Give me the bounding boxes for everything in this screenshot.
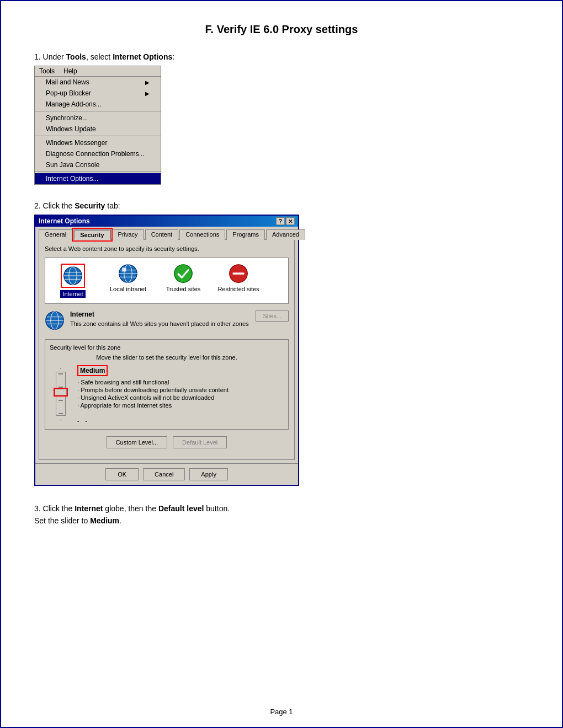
zone-instruction: Select a Web content zone to specify its… xyxy=(45,245,289,252)
tab-privacy[interactable]: Privacy xyxy=(112,229,144,240)
step1-tools: Tools xyxy=(66,52,86,61)
menu-sun-java[interactable]: Sun Java Console xyxy=(35,159,161,170)
zones-container: Internet xyxy=(45,258,289,304)
dialog-footer: OK Cancel Apply xyxy=(35,463,298,485)
zone-trusted[interactable]: Trusted sites xyxy=(161,264,205,298)
menubar-help[interactable]: Help xyxy=(59,66,82,76)
medium-label: Medium xyxy=(77,365,108,376)
step1-colon: : xyxy=(172,52,174,61)
tools-menubar: Tools Help xyxy=(34,66,161,77)
security-bullets-list: Safe browsing and still functional Promp… xyxy=(77,378,284,409)
slider-move-text: Move the slider to set the security leve… xyxy=(50,354,284,361)
bullet3: Unsigned ActiveX controls will not be do… xyxy=(77,394,284,402)
step3-text: 3. Click the Internet globe, then the De… xyxy=(34,502,529,527)
zone-internet-label: Internet xyxy=(60,290,85,298)
slider-tick2 xyxy=(59,387,63,388)
popup-blocker-arrow-icon xyxy=(145,89,150,97)
zone-restricted-label: Restricted sites xyxy=(217,286,259,292)
level-buttons: Custom Level... Default Level xyxy=(45,436,289,448)
intranet-icon xyxy=(118,264,138,283)
apply-button[interactable]: Apply xyxy=(189,468,228,480)
step3-line1-post: button. xyxy=(204,504,230,513)
page-footer: Page 1 xyxy=(1,708,562,716)
help-button[interactable]: ? xyxy=(276,217,285,225)
internet-info-desc: This zone contains all Web sites you hav… xyxy=(70,320,250,327)
internet-info: Internet This zone contains all Web site… xyxy=(70,311,250,333)
slider-area: - - Medium xyxy=(50,365,284,425)
svg-point-11 xyxy=(174,265,192,282)
tab-general[interactable]: General xyxy=(39,229,72,240)
zone-intranet[interactable]: Local intranet xyxy=(106,264,150,298)
slider-tick3 xyxy=(59,400,63,401)
slider-top-minus: - xyxy=(60,365,61,371)
menu-mail-news[interactable]: Mail and News xyxy=(35,77,161,88)
step3-medium-bold: Medium xyxy=(90,516,119,525)
internet-section-globe-icon xyxy=(45,311,65,330)
dialog-titlebar: Internet Options ? ✕ xyxy=(35,216,298,227)
close-button[interactable]: ✕ xyxy=(286,217,295,225)
default-level-button[interactable]: Default Level xyxy=(173,436,227,448)
zone-restricted[interactable]: Restricted sites xyxy=(216,264,261,298)
internet-info-title: Internet xyxy=(70,311,250,318)
restricted-icon xyxy=(229,264,248,283)
zone-internet-icon-wrapper xyxy=(61,264,85,288)
dialog-tabs: General Security Privacy Content Connect… xyxy=(35,227,298,239)
menu-popup-blocker[interactable]: Pop-up Blocker xyxy=(35,88,161,99)
security-description: Medium Safe browsing and still functiona… xyxy=(77,365,284,425)
bullet4: Appropriate for most Internet sites xyxy=(77,402,284,409)
separator1 xyxy=(35,111,161,111)
zone-intranet-label: Local intranet xyxy=(110,286,146,292)
step1-internet-options: Internet Options xyxy=(113,52,172,61)
separator3 xyxy=(35,172,161,172)
internet-globe-icon xyxy=(63,266,83,286)
zone-intranet-icon-wrapper xyxy=(118,264,138,283)
slider-tick1 xyxy=(59,373,63,374)
zone-trusted-label: Trusted sites xyxy=(166,286,201,292)
step3-default-level-bold: Default level xyxy=(158,504,204,513)
step1-mid: , select xyxy=(86,52,113,61)
security-group-title: Security level for this zone xyxy=(50,344,284,351)
trusted-icon xyxy=(173,264,193,283)
step2-pre: 2. Click the xyxy=(34,201,75,210)
bullet1: Safe browsing and still functional xyxy=(77,378,284,386)
zone-internet[interactable]: Internet xyxy=(51,264,95,298)
menu-internet-options[interactable]: Internet Options... xyxy=(35,173,161,184)
menu-manage-addons[interactable]: Manage Add-ons... xyxy=(35,99,161,110)
internet-options-dialog: Internet Options ? ✕ General Security Pr… xyxy=(34,215,299,486)
slider-tick4 xyxy=(59,413,63,414)
extra-dashes: - - xyxy=(77,418,87,424)
slider-thumb[interactable] xyxy=(55,389,67,395)
internet-section: Internet This zone contains all Web site… xyxy=(45,311,289,333)
step1-pre: 1. Under xyxy=(34,52,66,61)
step3-line2-pre: Set the slider to xyxy=(34,516,90,525)
slider-track[interactable] xyxy=(56,372,66,416)
menu-windows-update[interactable]: Windows Update xyxy=(35,124,161,135)
tab-programs[interactable]: Programs xyxy=(226,229,265,240)
sites-button[interactable]: Sites... xyxy=(256,311,289,322)
slider-visual: - - xyxy=(50,365,72,422)
mail-news-arrow-icon xyxy=(145,78,150,86)
zone-restricted-icon-wrapper xyxy=(229,264,248,283)
page-title: F. Verify IE 6.0 Proxy settings xyxy=(34,23,529,36)
tab-connections[interactable]: Connections xyxy=(179,229,225,240)
tools-menu-screenshot: Tools Help Mail and News Pop-up Blocker … xyxy=(34,66,161,185)
step3-line1-mid: globe, then the xyxy=(103,504,158,513)
custom-level-button[interactable]: Custom Level... xyxy=(107,436,167,448)
tab-content[interactable]: Content xyxy=(145,229,179,240)
bullet2: Prompts before downloading potentially u… xyxy=(77,386,284,394)
step2-label: 2. Click the Security tab: xyxy=(34,201,529,210)
tab-security[interactable]: Security xyxy=(73,229,110,240)
menubar-tools[interactable]: Tools xyxy=(35,66,59,76)
menu-diagnose[interactable]: Diagnose Connection Problems... xyxy=(35,148,161,159)
security-level-group: Security level for this zone Move the sl… xyxy=(45,339,289,430)
zone-trusted-icon-wrapper xyxy=(173,264,193,283)
step2-security: Security xyxy=(75,201,105,210)
menu-synchronize[interactable]: Synchronize... xyxy=(35,113,161,124)
svg-rect-10 xyxy=(122,267,126,271)
slider-bottom-minus: - xyxy=(60,417,61,422)
ok-button[interactable]: OK xyxy=(105,468,139,480)
separator2 xyxy=(35,136,161,136)
cancel-button[interactable]: Cancel xyxy=(143,468,185,480)
tab-advanced[interactable]: Advanced xyxy=(266,229,305,240)
menu-windows-messenger[interactable]: Windows Messenger xyxy=(35,137,161,148)
